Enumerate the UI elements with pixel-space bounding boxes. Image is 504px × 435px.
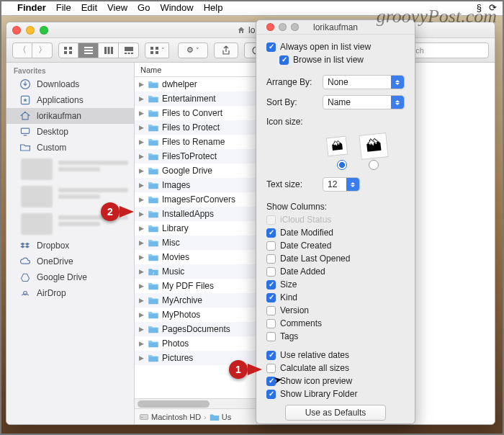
disclosure-triangle[interactable]: ▶ <box>138 196 145 203</box>
menu-view[interactable]: View <box>107 2 127 13</box>
menu-go[interactable]: Go <box>138 2 150 13</box>
sidebar-item-label: Google Drive <box>37 272 87 282</box>
file-row[interactable]: ▶Photos <box>135 336 256 351</box>
file-row[interactable]: ▶MyPhotos <box>135 308 256 322</box>
disclosure-triangle[interactable]: ▶ <box>138 95 145 102</box>
file-row[interactable]: ▶Library <box>135 221 256 236</box>
disclosure-triangle[interactable]: ▶ <box>138 181 145 189</box>
disclosure-triangle[interactable]: ▶ <box>138 268 145 275</box>
file-row[interactable]: ▶PagesDocuments <box>135 322 256 336</box>
disclosure-triangle[interactable]: ▶ <box>138 210 145 218</box>
annotation-marker-2: 2 <box>101 202 134 221</box>
file-row[interactable]: ▶Misc <box>135 236 256 250</box>
browse-checkbox[interactable]: Browse in list view <box>266 53 405 66</box>
file-row[interactable]: ▶Files to Protect <box>135 120 256 135</box>
disclosure-triangle[interactable]: ▶ <box>138 282 145 290</box>
disclosure-triangle[interactable]: ▶ <box>138 124 145 131</box>
show-icon-preview-checkbox[interactable]: Show icon preview <box>266 375 405 387</box>
sidebar-item-custom[interactable]: Custom <box>6 140 134 156</box>
icon-size-large-radio[interactable] <box>369 160 379 170</box>
arrange-toggle[interactable]: ˅ <box>145 42 169 58</box>
arrange-button[interactable]: ˅ <box>145 42 169 58</box>
view-icons[interactable] <box>58 42 78 58</box>
file-row[interactable]: ▶ImagesForConvers <box>135 192 256 207</box>
back-button[interactable]: 〈 <box>12 42 32 58</box>
disclosure-triangle[interactable]: ▶ <box>138 239 145 246</box>
menubar-app[interactable]: Finder <box>17 2 46 13</box>
file-row[interactable]: ▶Movies <box>135 250 256 264</box>
sidebar-item-desktop[interactable]: Desktop <box>6 124 134 140</box>
disclosure-triangle[interactable]: ▶ <box>138 297 145 304</box>
zoom-button[interactable] <box>40 26 48 35</box>
disclosure-triangle[interactable]: ▶ <box>138 138 145 145</box>
column-tags-checkbox[interactable]: Tags <box>266 330 405 343</box>
menu-file[interactable]: File <box>56 2 71 13</box>
sidebar-item-dropbox[interactable]: Dropbox <box>6 238 134 254</box>
disclosure-triangle[interactable]: ▶ <box>138 340 145 347</box>
horizontal-scrollbar[interactable] <box>135 398 256 408</box>
disclosure-triangle[interactable]: ▶ <box>138 81 145 88</box>
show-library-folder-checkbox[interactable]: Show Library Folder <box>266 387 405 400</box>
sidebar-item-lorikaufman[interactable]: lorikaufman <box>6 108 134 124</box>
minimize-button[interactable] <box>26 26 35 35</box>
always-open-checkbox[interactable]: Always open in list view <box>266 40 405 53</box>
arrange-by-select[interactable]: None <box>323 75 405 89</box>
disclosure-triangle[interactable]: ▶ <box>138 153 145 160</box>
use-as-defaults-button[interactable]: Use as Defaults <box>285 405 386 421</box>
view-list[interactable] <box>78 42 99 58</box>
column-size-checkbox[interactable]: Size <box>266 278 405 291</box>
column-date-created-checkbox[interactable]: Date Created <box>266 239 405 252</box>
sidebar-item-downloads[interactable]: Downloads <box>6 76 134 92</box>
file-row[interactable]: ▶Files to Convert <box>135 106 256 120</box>
sidebar-item-onedrive[interactable]: OneDrive <box>6 254 134 269</box>
svg-rect-25 <box>141 417 143 418</box>
sidebar-item-google drive[interactable]: Google Drive <box>6 269 134 285</box>
view-gallery[interactable] <box>119 42 139 58</box>
file-row[interactable]: ▶Files to Rename <box>135 135 256 149</box>
file-row[interactable]: ▶My PDF Files <box>135 279 256 293</box>
column-date-last-opened-checkbox[interactable]: Date Last Opened <box>266 252 405 265</box>
file-row[interactable]: ▶Google Drive <box>135 163 256 178</box>
file-row[interactable]: ▶Images <box>135 178 256 192</box>
share-button[interactable] <box>214 42 238 58</box>
disclosure-triangle[interactable]: ▶ <box>138 167 145 174</box>
action-button[interactable]: ⚙˅ <box>178 42 208 58</box>
disclosure-triangle[interactable]: ▶ <box>138 225 145 232</box>
column-kind-checkbox[interactable]: Kind <box>266 291 405 304</box>
path-segment[interactable]: Macintosh HD <box>139 412 201 422</box>
forward-button[interactable]: 〉 <box>32 42 53 58</box>
zoom-button[interactable] <box>291 23 299 31</box>
name-header[interactable]: Name <box>135 63 256 77</box>
close-button[interactable] <box>266 23 274 31</box>
path-segment[interactable]: Us <box>210 412 231 422</box>
sort-by-select[interactable]: Name <box>323 95 405 109</box>
column-date-added-checkbox[interactable]: Date Added <box>266 265 405 278</box>
text-size-select[interactable]: 12 <box>323 177 360 192</box>
minimize-button[interactable] <box>279 23 287 31</box>
use-relative-dates-checkbox[interactable]: Use relative dates <box>266 349 405 362</box>
file-row[interactable]: ▶InstalledApps <box>135 207 256 221</box>
file-row[interactable]: ▶FilesToProtect <box>135 149 256 163</box>
column-version-checkbox[interactable]: Version <box>266 304 405 317</box>
file-row[interactable]: ▶dwhelper <box>135 77 256 91</box>
column-comments-checkbox[interactable]: Comments <box>266 317 405 330</box>
menu-window[interactable]: Window <box>160 2 193 13</box>
menu-help[interactable]: Help <box>204 2 223 13</box>
column-date-modified-checkbox[interactable]: Date Modified <box>266 226 405 239</box>
view-columns[interactable] <box>99 42 119 58</box>
disclosure-triangle[interactable]: ▶ <box>138 326 145 333</box>
view-toggle[interactable] <box>58 42 139 58</box>
disclosure-triangle[interactable]: ▶ <box>138 109 145 117</box>
sidebar-item-airdrop[interactable]: AirDrop <box>6 285 134 301</box>
calculate-all-sizes-checkbox[interactable]: Calculate all sizes <box>266 362 405 375</box>
disclosure-triangle[interactable]: ▶ <box>138 254 145 261</box>
disclosure-triangle[interactable]: ▶ <box>138 311 145 318</box>
close-button[interactable] <box>12 26 21 35</box>
file-row[interactable]: ▶♪Music <box>135 264 256 279</box>
file-row[interactable]: ▶MyArchive <box>135 293 256 308</box>
menu-edit[interactable]: Edit <box>81 2 97 13</box>
icon-size-small-radio[interactable] <box>337 160 347 170</box>
disclosure-triangle[interactable]: ▶ <box>138 354 145 362</box>
sidebar-item-applications[interactable]: Applications <box>6 92 134 108</box>
file-row[interactable]: ▶Entertainment <box>135 91 256 106</box>
